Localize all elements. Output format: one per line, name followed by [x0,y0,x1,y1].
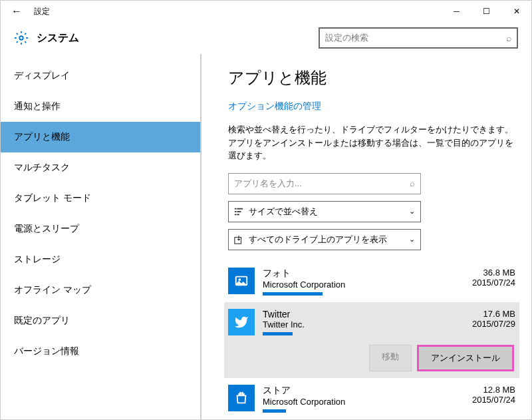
svg-rect-3 [235,211,237,212]
search-placeholder: 設定の検索 [325,32,368,44]
svg-rect-11 [241,391,243,393]
svg-rect-12 [239,393,241,395]
search-icon: ⌕ [506,33,511,43]
app-date: 2015/07/24 [472,395,515,405]
sidebar-item-maps[interactable]: オフライン マップ [1,275,200,306]
app-list: フォト Microsoft Corporation 36.8 MB 2015/0… [228,261,515,419]
titlebar: ← 設定 ─ ☐ ✕ [1,1,531,22]
size-bar [263,332,293,335]
app-item-store[interactable]: ストア Microsoft Corporation 12.8 MB 2015/0… [228,378,515,419]
sidebar-item-display[interactable]: ディスプレイ [1,61,200,91]
app-name: ストア [263,385,472,397]
app-icon [228,385,255,411]
app-size: 17.6 MB [472,309,515,319]
uninstall-button[interactable]: アンインストール [417,345,514,371]
gear-icon [14,31,29,45]
sort-dropdown[interactable]: サイズで並べ替え ⌄ [228,201,421,222]
minimize-button[interactable]: ─ [442,1,471,22]
sidebar-item-about[interactable]: バージョン情報 [1,336,200,367]
app-name: フォト [263,268,472,280]
chevron-down-icon: ⌄ [409,235,415,244]
app-date: 2015/07/29 [472,319,515,329]
svg-rect-2 [237,208,243,209]
svg-rect-10 [239,391,241,393]
window-title: 設定 [34,6,50,17]
maximize-button[interactable]: ☐ [471,1,501,22]
sidebar: ディスプレイ 通知と操作 アプリと機能 マルチタスク タブレット モード 電源と… [1,54,201,420]
size-bar [263,409,286,413]
svg-point-9 [238,278,241,281]
sidebar-item-tablet[interactable]: タブレット モード [1,183,200,214]
chevron-down-icon: ⌄ [409,207,415,216]
filter-placeholder: アプリ名を入力... [234,178,302,190]
search-input[interactable]: 設定の検索 ⌕ [319,27,518,49]
optional-features-link[interactable]: オプション機能の管理 [228,101,515,112]
sidebar-item-apps[interactable]: アプリと機能 [1,122,200,152]
app-name: Twitter [263,309,472,319]
sidebar-item-notifications[interactable]: 通知と操作 [1,91,200,122]
svg-point-0 [19,36,23,40]
app-date: 2015/07/24 [472,278,515,288]
svg-rect-6 [237,214,239,215]
back-button[interactable]: ← [6,1,27,22]
sidebar-item-power[interactable]: 電源とスリープ [1,214,200,244]
svg-rect-13 [241,393,243,395]
drive-label: すべてのドライブ上のアプリを表示 [249,234,387,246]
search-icon: ⌕ [410,178,415,188]
app-publisher: Twitter Inc. [263,319,472,329]
sidebar-item-storage[interactable]: ストレージ [1,244,200,275]
move-button: 移動 [369,345,412,371]
page-title: アプリと機能 [228,67,515,89]
header: システム 設定の検索 ⌕ [1,22,531,54]
app-item-twitter[interactable]: Twitter Twitter Inc. 17.6 MB 2015/07/29 … [224,302,519,378]
close-button[interactable]: ✕ [501,1,531,22]
main-panel: アプリと機能 オプション機能の管理 検索や並べ替えを行ったり、ドライブでフィルタ… [201,54,531,420]
app-publisher: Microsoft Corporation [263,397,472,407]
svg-rect-1 [235,208,237,209]
app-filter-input[interactable]: アプリ名を入力... ⌕ [228,173,421,194]
description-text: 検索や並べ替えを行ったり、ドライブでフィルターをかけたりできます。アプリをアンイ… [228,123,515,162]
sort-label: サイズで並べ替え [249,206,318,218]
drive-dropdown[interactable]: すべてのドライブ上のアプリを表示 ⌄ [228,229,421,250]
sidebar-item-multitask[interactable]: マルチタスク [1,152,200,183]
svg-rect-5 [235,214,237,215]
app-size: 12.8 MB [472,385,515,395]
sidebar-item-defaults[interactable]: 既定のアプリ [1,306,200,336]
svg-rect-4 [237,211,241,212]
app-publisher: Microsoft Corporation [263,280,472,290]
app-icon [228,268,255,294]
app-icon [228,309,255,335]
drive-icon [234,235,243,244]
app-item-photos[interactable]: フォト Microsoft Corporation 36.8 MB 2015/0… [228,261,515,302]
app-size: 36.8 MB [472,268,515,278]
sort-icon [234,207,243,216]
svg-rect-7 [235,237,241,244]
size-bar [263,292,323,296]
page-heading: システム [37,31,79,45]
